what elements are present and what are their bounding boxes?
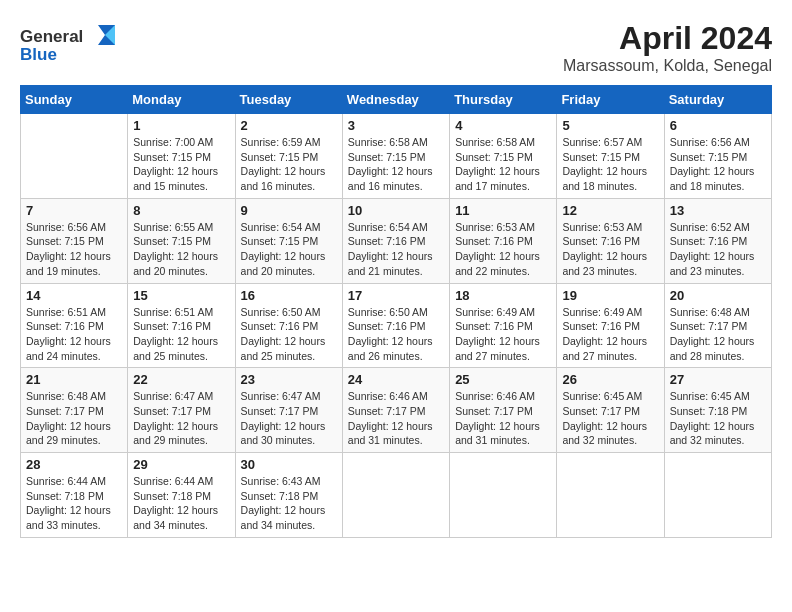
calendar-table: Sunday Monday Tuesday Wednesday Thursday… — [20, 85, 772, 538]
svg-text:General: General — [20, 27, 83, 46]
calendar-cell: 6Sunrise: 6:56 AM Sunset: 7:15 PM Daylig… — [664, 114, 771, 199]
day-number: 22 — [133, 372, 229, 387]
day-info: Sunrise: 6:45 AM Sunset: 7:17 PM Dayligh… — [562, 389, 658, 448]
day-info: Sunrise: 6:54 AM Sunset: 7:16 PM Dayligh… — [348, 220, 444, 279]
calendar-cell: 18Sunrise: 6:49 AM Sunset: 7:16 PM Dayli… — [450, 283, 557, 368]
calendar-cell — [557, 453, 664, 538]
day-number: 29 — [133, 457, 229, 472]
col-wednesday: Wednesday — [342, 86, 449, 114]
day-number: 16 — [241, 288, 337, 303]
calendar-cell — [21, 114, 128, 199]
day-number: 19 — [562, 288, 658, 303]
calendar-cell: 8Sunrise: 6:55 AM Sunset: 7:15 PM Daylig… — [128, 198, 235, 283]
day-info: Sunrise: 6:50 AM Sunset: 7:16 PM Dayligh… — [241, 305, 337, 364]
day-info: Sunrise: 6:53 AM Sunset: 7:16 PM Dayligh… — [455, 220, 551, 279]
col-tuesday: Tuesday — [235, 86, 342, 114]
day-info: Sunrise: 6:48 AM Sunset: 7:17 PM Dayligh… — [670, 305, 766, 364]
calendar-cell: 22Sunrise: 6:47 AM Sunset: 7:17 PM Dayli… — [128, 368, 235, 453]
page-title: April 2024 — [563, 20, 772, 57]
calendar-cell: 4Sunrise: 6:58 AM Sunset: 7:15 PM Daylig… — [450, 114, 557, 199]
calendar-cell: 14Sunrise: 6:51 AM Sunset: 7:16 PM Dayli… — [21, 283, 128, 368]
calendar-cell: 29Sunrise: 6:44 AM Sunset: 7:18 PM Dayli… — [128, 453, 235, 538]
day-info: Sunrise: 6:56 AM Sunset: 7:15 PM Dayligh… — [26, 220, 122, 279]
calendar-cell: 21Sunrise: 6:48 AM Sunset: 7:17 PM Dayli… — [21, 368, 128, 453]
day-number: 11 — [455, 203, 551, 218]
calendar-cell: 26Sunrise: 6:45 AM Sunset: 7:17 PM Dayli… — [557, 368, 664, 453]
day-number: 28 — [26, 457, 122, 472]
day-number: 1 — [133, 118, 229, 133]
calendar-cell: 27Sunrise: 6:45 AM Sunset: 7:18 PM Dayli… — [664, 368, 771, 453]
day-number: 10 — [348, 203, 444, 218]
day-info: Sunrise: 6:49 AM Sunset: 7:16 PM Dayligh… — [562, 305, 658, 364]
day-info: Sunrise: 6:44 AM Sunset: 7:18 PM Dayligh… — [133, 474, 229, 533]
day-info: Sunrise: 6:56 AM Sunset: 7:15 PM Dayligh… — [670, 135, 766, 194]
day-info: Sunrise: 6:45 AM Sunset: 7:18 PM Dayligh… — [670, 389, 766, 448]
calendar-week-5: 28Sunrise: 6:44 AM Sunset: 7:18 PM Dayli… — [21, 453, 772, 538]
calendar-week-2: 7Sunrise: 6:56 AM Sunset: 7:15 PM Daylig… — [21, 198, 772, 283]
day-info: Sunrise: 6:47 AM Sunset: 7:17 PM Dayligh… — [241, 389, 337, 448]
day-info: Sunrise: 6:57 AM Sunset: 7:15 PM Dayligh… — [562, 135, 658, 194]
day-number: 25 — [455, 372, 551, 387]
day-info: Sunrise: 6:58 AM Sunset: 7:15 PM Dayligh… — [455, 135, 551, 194]
calendar-body: 1Sunrise: 7:00 AM Sunset: 7:15 PM Daylig… — [21, 114, 772, 538]
calendar-cell: 24Sunrise: 6:46 AM Sunset: 7:17 PM Dayli… — [342, 368, 449, 453]
calendar-cell: 13Sunrise: 6:52 AM Sunset: 7:16 PM Dayli… — [664, 198, 771, 283]
day-number: 23 — [241, 372, 337, 387]
calendar-cell: 9Sunrise: 6:54 AM Sunset: 7:15 PM Daylig… — [235, 198, 342, 283]
day-info: Sunrise: 6:59 AM Sunset: 7:15 PM Dayligh… — [241, 135, 337, 194]
day-number: 13 — [670, 203, 766, 218]
header: General Blue April 2024 Marsassoum, Kold… — [20, 20, 772, 75]
day-number: 18 — [455, 288, 551, 303]
calendar-cell: 7Sunrise: 6:56 AM Sunset: 7:15 PM Daylig… — [21, 198, 128, 283]
day-number: 7 — [26, 203, 122, 218]
calendar-week-3: 14Sunrise: 6:51 AM Sunset: 7:16 PM Dayli… — [21, 283, 772, 368]
day-number: 4 — [455, 118, 551, 133]
calendar-cell: 25Sunrise: 6:46 AM Sunset: 7:17 PM Dayli… — [450, 368, 557, 453]
logo-wordmark: General Blue — [20, 20, 130, 69]
day-info: Sunrise: 6:47 AM Sunset: 7:17 PM Dayligh… — [133, 389, 229, 448]
calendar-cell: 1Sunrise: 7:00 AM Sunset: 7:15 PM Daylig… — [128, 114, 235, 199]
day-info: Sunrise: 6:44 AM Sunset: 7:18 PM Dayligh… — [26, 474, 122, 533]
col-thursday: Thursday — [450, 86, 557, 114]
calendar-cell: 23Sunrise: 6:47 AM Sunset: 7:17 PM Dayli… — [235, 368, 342, 453]
col-sunday: Sunday — [21, 86, 128, 114]
title-section: April 2024 Marsassoum, Kolda, Senegal — [563, 20, 772, 75]
calendar-cell: 2Sunrise: 6:59 AM Sunset: 7:15 PM Daylig… — [235, 114, 342, 199]
day-info: Sunrise: 6:43 AM Sunset: 7:18 PM Dayligh… — [241, 474, 337, 533]
day-number: 27 — [670, 372, 766, 387]
day-info: Sunrise: 6:46 AM Sunset: 7:17 PM Dayligh… — [455, 389, 551, 448]
day-number: 8 — [133, 203, 229, 218]
col-friday: Friday — [557, 86, 664, 114]
day-number: 15 — [133, 288, 229, 303]
calendar-cell: 3Sunrise: 6:58 AM Sunset: 7:15 PM Daylig… — [342, 114, 449, 199]
day-number: 5 — [562, 118, 658, 133]
svg-text:Blue: Blue — [20, 45, 57, 64]
day-number: 2 — [241, 118, 337, 133]
day-info: Sunrise: 6:51 AM Sunset: 7:16 PM Dayligh… — [133, 305, 229, 364]
day-number: 6 — [670, 118, 766, 133]
day-number: 26 — [562, 372, 658, 387]
day-number: 24 — [348, 372, 444, 387]
day-info: Sunrise: 6:46 AM Sunset: 7:17 PM Dayligh… — [348, 389, 444, 448]
page-subtitle: Marsassoum, Kolda, Senegal — [563, 57, 772, 75]
day-info: Sunrise: 6:48 AM Sunset: 7:17 PM Dayligh… — [26, 389, 122, 448]
day-number: 14 — [26, 288, 122, 303]
day-number: 3 — [348, 118, 444, 133]
calendar-cell: 19Sunrise: 6:49 AM Sunset: 7:16 PM Dayli… — [557, 283, 664, 368]
day-info: Sunrise: 6:50 AM Sunset: 7:16 PM Dayligh… — [348, 305, 444, 364]
col-monday: Monday — [128, 86, 235, 114]
day-number: 17 — [348, 288, 444, 303]
calendar-cell: 17Sunrise: 6:50 AM Sunset: 7:16 PM Dayli… — [342, 283, 449, 368]
calendar-cell: 12Sunrise: 6:53 AM Sunset: 7:16 PM Dayli… — [557, 198, 664, 283]
calendar-cell: 16Sunrise: 6:50 AM Sunset: 7:16 PM Dayli… — [235, 283, 342, 368]
logo: General Blue — [20, 20, 130, 69]
calendar-cell: 30Sunrise: 6:43 AM Sunset: 7:18 PM Dayli… — [235, 453, 342, 538]
calendar-cell: 15Sunrise: 6:51 AM Sunset: 7:16 PM Dayli… — [128, 283, 235, 368]
calendar-cell: 5Sunrise: 6:57 AM Sunset: 7:15 PM Daylig… — [557, 114, 664, 199]
header-row: Sunday Monday Tuesday Wednesday Thursday… — [21, 86, 772, 114]
calendar-week-4: 21Sunrise: 6:48 AM Sunset: 7:17 PM Dayli… — [21, 368, 772, 453]
calendar-cell — [450, 453, 557, 538]
day-info: Sunrise: 7:00 AM Sunset: 7:15 PM Dayligh… — [133, 135, 229, 194]
day-number: 12 — [562, 203, 658, 218]
calendar-cell — [664, 453, 771, 538]
